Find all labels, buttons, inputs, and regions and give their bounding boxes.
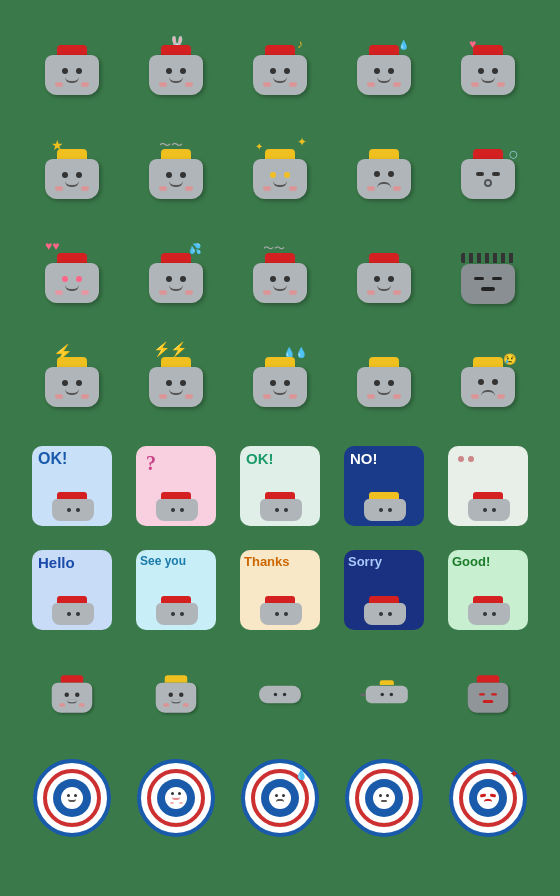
- sticker-r2c4[interactable]: [334, 124, 434, 224]
- sticker-r1c5[interactable]: ♥: [438, 20, 538, 120]
- sticker-r5c3[interactable]: OK!: [230, 436, 330, 536]
- sticker-r4c3[interactable]: 💧💧: [230, 332, 330, 432]
- sticker-r3c2[interactable]: 💦: [126, 228, 226, 328]
- sticker-r4c5[interactable]: 😢: [438, 332, 538, 432]
- sticker-r7c3[interactable]: [230, 644, 330, 744]
- seeyou-text: See you: [140, 554, 186, 568]
- sticker-r1c4[interactable]: 💧: [334, 20, 434, 120]
- sticker-r1c1[interactable]: [22, 20, 122, 120]
- sticker-r5c2[interactable]: ?: [126, 436, 226, 536]
- sticker-r1c3[interactable]: ♪: [230, 20, 330, 120]
- sticker-r4c4[interactable]: [334, 332, 434, 432]
- sticker-r6c4[interactable]: Sorry: [334, 540, 434, 640]
- sticker-grid: 🐰 ♪ 💧: [12, 10, 548, 858]
- hello-text: Hello: [38, 554, 75, 571]
- sticker-r5c4[interactable]: NO!: [334, 436, 434, 536]
- sticker-r2c2[interactable]: 〜〜: [126, 124, 226, 224]
- sticker-r6c1[interactable]: Hello: [22, 540, 122, 640]
- thanks-text: Thanks: [244, 554, 290, 569]
- sticker-r4c1[interactable]: ⚡: [22, 332, 122, 432]
- sticker-r7c1[interactable]: [22, 644, 122, 744]
- sticker-r2c1[interactable]: ★: [22, 124, 122, 224]
- sticker-r3c4[interactable]: [334, 228, 434, 328]
- sticker-r3c5[interactable]: [438, 228, 538, 328]
- sticker-r8c3[interactable]: 💧: [230, 748, 330, 848]
- sticker-r4c2[interactable]: ⚡⚡: [126, 332, 226, 432]
- sticker-r7c5[interactable]: [438, 644, 538, 744]
- sticker-r7c2[interactable]: [126, 644, 226, 744]
- sticker-r8c1[interactable]: [22, 748, 122, 848]
- sorry-text: Sorry: [348, 554, 382, 569]
- sticker-r5c5[interactable]: [438, 436, 538, 536]
- sticker-r2c5[interactable]: ○: [438, 124, 538, 224]
- sticker-r8c5[interactable]: ✦: [438, 748, 538, 848]
- sticker-r5c1[interactable]: OK!: [22, 436, 122, 536]
- sticker-r2c3[interactable]: ✦ ✦: [230, 124, 330, 224]
- sticker-r6c3[interactable]: Thanks: [230, 540, 330, 640]
- sticker-r3c1[interactable]: ♥♥: [22, 228, 122, 328]
- sticker-r1c2[interactable]: 🐰: [126, 20, 226, 120]
- sticker-r7c4[interactable]: [334, 644, 434, 744]
- sticker-r6c2[interactable]: See you: [126, 540, 226, 640]
- sticker-r8c4[interactable]: [334, 748, 434, 848]
- sticker-r6c5[interactable]: Good!: [438, 540, 538, 640]
- good-text: Good!: [452, 554, 490, 569]
- sticker-r8c2[interactable]: [126, 748, 226, 848]
- sticker-r3c3[interactable]: 〜〜: [230, 228, 330, 328]
